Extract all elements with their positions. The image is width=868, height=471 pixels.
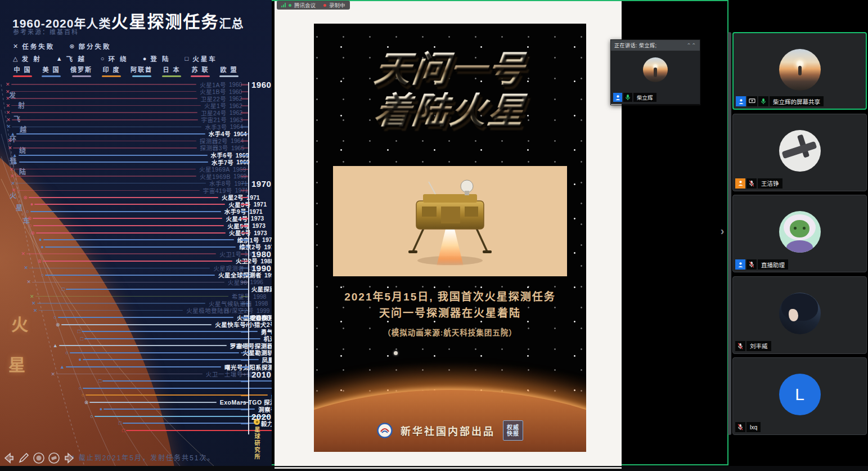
member-role-icon [613, 93, 622, 102]
mission-marker-icon: ✕ [6, 82, 10, 87]
legend-marker-icon: ✕ [13, 43, 18, 50]
mission-line [35, 296, 228, 297]
mission-line [30, 211, 221, 212]
mission-marker-icon: ○ [53, 315, 56, 320]
mission-marker-icon: ● [30, 201, 33, 207]
connection-dot-icon [289, 4, 291, 7]
mission-line [104, 409, 255, 410]
app-label: 腾讯会议 [294, 1, 316, 9]
panel-collapse-icon[interactable]: ⌃⌃ [686, 42, 696, 48]
mission-marker-icon: ▲ [10, 131, 15, 137]
mission-marker-icon: ▲ [60, 364, 65, 370]
mission-line [123, 423, 258, 424]
participant-tile[interactable]: 刘丰威 [732, 276, 867, 354]
active-speaker-panel[interactable]: 正在讲话: 柴立辉; ⌃⌃ 柴立辉 [610, 39, 700, 105]
axis-tick [241, 345, 249, 347]
mission-marker-icon: ○ [29, 223, 32, 228]
participant-tile[interactable]: 直播助理 [732, 195, 867, 272]
mission-year: 1971 [249, 208, 266, 215]
axis-tick [241, 197, 249, 199]
axis-tick [241, 140, 249, 142]
speaking-title: 正在讲话: 柴立辉; [614, 42, 657, 49]
speaker-video-tile: 柴立辉 [611, 51, 700, 104]
mission-line [66, 366, 221, 367]
axis-tick [241, 183, 249, 185]
publisher-text: 新华社国内部出品 [401, 423, 495, 438]
shared-screen-slide[interactable]: 天问一号 着陆火星 [275, 0, 622, 468]
legend-item: ⊗部分失败 [69, 42, 111, 51]
axis-tick [241, 126, 249, 128]
mission-row: ✕火星961996 [0, 279, 267, 285]
eraser-tool-icon[interactable] [47, 451, 61, 465]
recording-dot-icon [323, 4, 326, 7]
axis-tick [241, 416, 249, 418]
mission-marker-icon: ▲ [12, 152, 17, 158]
decade-label: 2000 [251, 313, 271, 322]
axis-tick [241, 253, 249, 255]
mission-line [34, 204, 225, 205]
mission-marker-icon: ✕ [12, 187, 16, 193]
legend-item: △发 射 [13, 54, 42, 63]
meeting-status-bar[interactable]: 腾讯会议 录制中 [277, 1, 350, 10]
title-suffix: 汇总 [219, 17, 244, 30]
mission-row: ⊗火星6号1973 [0, 230, 271, 236]
mission-marker-icon: ○ [65, 350, 68, 356]
legend-country: 中 国 [13, 65, 32, 77]
axis-tick [241, 261, 249, 262]
mission-marker-icon: □ [98, 378, 101, 384]
mission-line [56, 374, 203, 375]
mission-marker-icon: ○ [90, 414, 93, 419]
mission-line [66, 289, 248, 290]
legend-label: 火星车 [192, 54, 217, 63]
mission-line [89, 402, 216, 403]
mission-marker-icon: ✕ [7, 124, 11, 129]
mission-marker-icon: □ [119, 420, 122, 426]
legend-item: ●登 陆 [143, 54, 170, 63]
mission-marker-icon: ⊗ [84, 400, 89, 405]
mission-row: ⊗火星快车号/小猎犬2号2003 [0, 321, 272, 328]
mic-on-icon [623, 93, 632, 102]
axis-tick [241, 281, 249, 283]
legend-label: 登 陆 [150, 54, 170, 63]
mission-line [33, 225, 224, 226]
infographic-source: 参考来源：维基百科 [13, 27, 79, 36]
mission-line [61, 324, 212, 325]
country-color-bar [162, 75, 181, 77]
axis-tick [241, 246, 249, 248]
mission-row: ○火星勘测轨道器2005 [0, 349, 272, 356]
publisher-row: 新华社国内部出品 权威 快报 [314, 420, 586, 441]
axis-tick [241, 317, 249, 319]
sidebar-scrollbar[interactable] [728, 32, 731, 435]
legend-country: 阿联酋 [131, 65, 152, 77]
shared-screen-infographic[interactable]: 1960-2020年人类火星探测任务汇总 参考来源：维基百科 ✕任务失败⊗部分失… [0, 0, 272, 466]
legend-item: ✕任务失败 [13, 42, 55, 51]
participant-tile[interactable]: Llxq [732, 357, 867, 435]
mission-row: □天问一号2020 [0, 427, 272, 434]
mars-lander-illustration [333, 166, 567, 276]
participant-tile[interactable]: 王洁铮 [732, 114, 867, 191]
poster-caption-line1: 2021年5月15日, 我国首次火星探测任务 [314, 288, 586, 303]
pen-tool-icon[interactable] [16, 451, 31, 465]
participant-tile[interactable]: 柴立辉的屏幕共享 [732, 32, 867, 110]
mission-line [32, 282, 224, 283]
mission-year: 1975 [262, 236, 272, 243]
axis-tick [241, 402, 249, 403]
member-role-icon [736, 96, 746, 106]
mission-row: ●维京1号1975 [0, 236, 272, 243]
mission-line [45, 246, 236, 248]
mission-marker-icon: ⊗ [28, 216, 32, 221]
mission-line [16, 133, 205, 134]
mission-line [126, 430, 272, 431]
mission-marker-icon: ● [41, 244, 44, 250]
mission-name: 火星探路者 [251, 285, 272, 293]
legend-item: ▲飞 越 [56, 54, 86, 63]
decade-label: 1980 [251, 249, 271, 259]
participant-badges: 柴立辉的屏幕共享 [736, 96, 824, 106]
mission-marker-icon: ● [79, 357, 82, 362]
laser-pointer-icon[interactable] [32, 451, 46, 465]
sidebar-collapse-chevron-icon[interactable]: › [718, 225, 727, 237]
mic-muted-icon [746, 178, 757, 189]
prev-arrow-icon[interactable] [1, 451, 16, 465]
next-arrow-icon[interactable] [62, 451, 78, 465]
meeting-window: 1960-2020年人类火星探测任务汇总 参考来源：维基百科 ✕任务失败⊗部分失… [0, 0, 868, 471]
